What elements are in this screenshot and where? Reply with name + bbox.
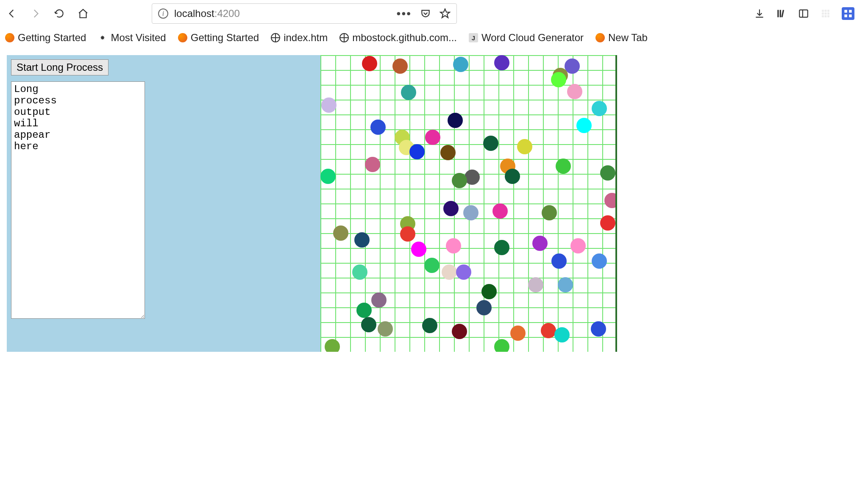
bookmark-word-cloud[interactable]: J Word Cloud Generator [469, 32, 584, 44]
downloads-button[interactable] [754, 8, 765, 19]
svg-rect-1 [780, 10, 781, 17]
bookmark-label: index.htm [284, 32, 328, 44]
svg-rect-0 [777, 10, 779, 17]
dot [425, 130, 440, 145]
dot [551, 253, 567, 269]
dot [600, 215, 615, 231]
dot [554, 327, 570, 342]
dot [352, 264, 367, 280]
dot [604, 193, 617, 208]
grid-app-button[interactable] [842, 7, 854, 20]
dot [600, 165, 615, 181]
bookmark-label: Getting Started [18, 32, 86, 44]
dot [392, 58, 408, 74]
start-long-process-button[interactable]: Start Long Process [11, 59, 108, 75]
bookmark-label: New Tab [608, 32, 648, 44]
dot [494, 55, 509, 70]
dot [453, 57, 468, 72]
firefox-icon [595, 33, 605, 42]
dot [409, 144, 425, 159]
pocket-icon[interactable] [420, 8, 431, 19]
firefox-icon [178, 33, 187, 42]
dot [443, 201, 459, 216]
dot [492, 203, 508, 219]
dot [592, 253, 607, 269]
reload-button[interactable] [53, 7, 66, 20]
svg-rect-2 [781, 10, 784, 17]
info-icon[interactable]: i [158, 8, 168, 19]
bookmark-label: mbostock.github.com... [352, 32, 457, 44]
page-content: Start Long Process [0, 48, 868, 359]
dot [541, 323, 556, 338]
svg-point-11 [822, 15, 823, 17]
dot [494, 240, 509, 255]
dot [321, 97, 337, 113]
bookmark-label: Most Visited [111, 32, 166, 44]
back-button[interactable] [5, 7, 19, 20]
svg-point-6 [825, 10, 826, 11]
dot [411, 242, 426, 257]
dot [551, 72, 566, 87]
gear-icon: ✸ [98, 33, 107, 42]
address-bar[interactable]: i localhost:4200 ••• [152, 3, 457, 24]
sidebar-button[interactable] [798, 8, 810, 19]
dot [446, 238, 461, 253]
bookmark-index-htm[interactable]: index.htm [271, 32, 328, 44]
dot [494, 339, 509, 352]
svg-rect-16 [844, 14, 847, 17]
dot [528, 277, 543, 292]
dot [452, 324, 467, 339]
svg-point-5 [822, 10, 823, 11]
url-text: localhost:4200 [174, 8, 240, 19]
bookmarks-bar: Getting Started ✸ Most Visited Getting S… [0, 27, 868, 48]
dot [570, 238, 586, 253]
dot [463, 205, 479, 220]
globe-icon [271, 33, 280, 42]
forward-button[interactable] [29, 7, 42, 20]
j-icon: J [469, 33, 478, 42]
bookmark-mbostock[interactable]: mbostock.github.com... [339, 32, 457, 44]
dot [558, 277, 573, 292]
dot [591, 321, 606, 337]
firefox-icon [5, 33, 14, 42]
home-button[interactable] [76, 7, 90, 20]
dot [356, 303, 372, 318]
bookmark-label: Getting Started [191, 32, 259, 44]
grid-app-icon [843, 8, 854, 19]
bookmark-getting-started-2[interactable]: Getting Started [178, 32, 259, 44]
bookmark-getting-started-1[interactable]: Getting Started [5, 32, 86, 44]
dot [333, 225, 348, 241]
bookmark-most-visited[interactable]: ✸ Most Visited [98, 32, 166, 44]
star-icon[interactable] [440, 8, 451, 19]
reload-icon [54, 8, 65, 19]
output-textarea[interactable] [11, 81, 145, 319]
bookmark-new-tab[interactable]: New Tab [595, 32, 648, 44]
dot [365, 157, 380, 172]
dot [320, 169, 336, 184]
dot [401, 85, 416, 100]
downloads-icon [754, 8, 765, 19]
svg-rect-15 [849, 10, 852, 12]
url-host: localhost [174, 8, 214, 19]
dot [532, 236, 548, 251]
dot [370, 120, 386, 135]
home-icon [78, 8, 89, 19]
bookmark-label: Word Cloud Generator [481, 32, 584, 44]
dot [576, 118, 592, 133]
svg-point-7 [827, 10, 829, 11]
dot [440, 145, 456, 160]
browser-toolbar: i localhost:4200 ••• [0, 0, 868, 27]
extension-button[interactable] [820, 8, 832, 19]
library-button[interactable] [776, 8, 787, 19]
address-bar-actions: ••• [397, 7, 451, 20]
dot [567, 84, 582, 99]
library-icon [776, 8, 787, 19]
page-actions-icon[interactable]: ••• [397, 7, 412, 20]
nav-buttons [5, 7, 90, 20]
back-icon [6, 8, 17, 19]
dot [325, 339, 340, 352]
dot [510, 326, 526, 341]
dot [481, 284, 497, 299]
svg-rect-14 [844, 10, 847, 12]
dot [452, 173, 467, 188]
